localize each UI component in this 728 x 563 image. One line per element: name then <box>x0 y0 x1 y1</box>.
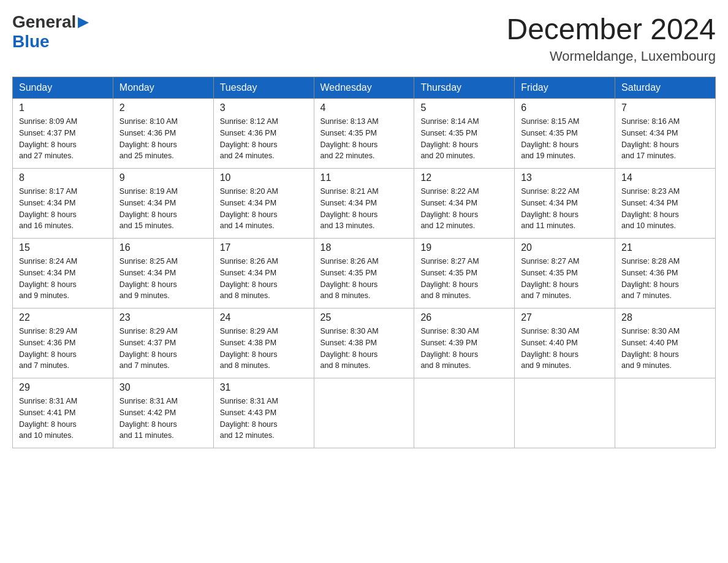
calendar-day-cell: 5 Sunrise: 8:14 AM Sunset: 4:35 PM Dayli… <box>414 99 515 169</box>
day-number: 10 <box>220 172 308 183</box>
day-info: Sunrise: 8:29 AM Sunset: 4:38 PM Dayligh… <box>220 326 308 372</box>
weekday-header-tuesday: Tuesday <box>213 77 314 99</box>
calendar-day-cell: 30 Sunrise: 8:31 AM Sunset: 4:42 PM Dayl… <box>113 378 213 448</box>
day-info: Sunrise: 8:22 AM Sunset: 4:34 PM Dayligh… <box>521 186 609 232</box>
day-number: 19 <box>420 242 508 253</box>
calendar-day-cell: 27 Sunrise: 8:30 AM Sunset: 4:40 PM Dayl… <box>515 308 615 378</box>
day-info: Sunrise: 8:27 AM Sunset: 4:35 PM Dayligh… <box>521 256 609 302</box>
day-number: 16 <box>119 242 207 253</box>
day-number: 9 <box>119 172 207 183</box>
day-number: 11 <box>320 172 408 183</box>
calendar-day-cell <box>515 378 615 448</box>
calendar-day-cell: 2 Sunrise: 8:10 AM Sunset: 4:36 PM Dayli… <box>113 99 213 169</box>
title-section: December 2024 Wormeldange, Luxembourg <box>506 12 716 64</box>
calendar-day-cell: 20 Sunrise: 8:27 AM Sunset: 4:35 PM Dayl… <box>515 239 615 308</box>
weekday-header-sunday: Sunday <box>13 77 113 99</box>
calendar-day-cell: 31 Sunrise: 8:31 AM Sunset: 4:43 PM Dayl… <box>213 378 314 448</box>
day-info: Sunrise: 8:19 AM Sunset: 4:34 PM Dayligh… <box>119 186 207 232</box>
calendar-day-cell: 26 Sunrise: 8:30 AM Sunset: 4:39 PM Dayl… <box>414 308 515 378</box>
weekday-header-wednesday: Wednesday <box>314 77 414 99</box>
day-number: 17 <box>220 242 308 253</box>
calendar-day-cell: 11 Sunrise: 8:21 AM Sunset: 4:34 PM Dayl… <box>314 169 414 239</box>
logo: General Blue <box>12 12 89 52</box>
calendar-table: SundayMondayTuesdayWednesdayThursdayFrid… <box>12 77 716 448</box>
day-number: 25 <box>320 312 408 323</box>
calendar-day-cell <box>615 378 716 448</box>
calendar-day-cell: 17 Sunrise: 8:26 AM Sunset: 4:34 PM Dayl… <box>213 239 314 308</box>
calendar-day-cell: 24 Sunrise: 8:29 AM Sunset: 4:38 PM Dayl… <box>213 308 314 378</box>
weekday-header-monday: Monday <box>113 77 213 99</box>
day-number: 1 <box>19 102 107 113</box>
day-info: Sunrise: 8:16 AM Sunset: 4:34 PM Dayligh… <box>621 116 709 162</box>
day-info: Sunrise: 8:20 AM Sunset: 4:34 PM Dayligh… <box>220 186 308 232</box>
day-info: Sunrise: 8:29 AM Sunset: 4:37 PM Dayligh… <box>119 326 207 372</box>
calendar-day-cell: 15 Sunrise: 8:24 AM Sunset: 4:34 PM Dayl… <box>13 239 113 308</box>
calendar-day-cell <box>414 378 515 448</box>
day-info: Sunrise: 8:28 AM Sunset: 4:36 PM Dayligh… <box>621 256 709 302</box>
day-info: Sunrise: 8:30 AM Sunset: 4:40 PM Dayligh… <box>621 326 709 372</box>
day-info: Sunrise: 8:30 AM Sunset: 4:39 PM Dayligh… <box>420 326 508 372</box>
calendar-week-row: 29 Sunrise: 8:31 AM Sunset: 4:41 PM Dayl… <box>13 378 716 448</box>
day-number: 23 <box>119 312 207 323</box>
day-number: 22 <box>19 312 107 323</box>
calendar-day-cell: 8 Sunrise: 8:17 AM Sunset: 4:34 PM Dayli… <box>13 169 113 239</box>
day-number: 20 <box>521 242 609 253</box>
calendar-header-row: SundayMondayTuesdayWednesdayThursdayFrid… <box>13 77 716 99</box>
day-info: Sunrise: 8:31 AM Sunset: 4:42 PM Dayligh… <box>119 396 207 442</box>
day-info: Sunrise: 8:15 AM Sunset: 4:35 PM Dayligh… <box>521 116 609 162</box>
calendar-day-cell: 29 Sunrise: 8:31 AM Sunset: 4:41 PM Dayl… <box>13 378 113 448</box>
day-info: Sunrise: 8:26 AM Sunset: 4:34 PM Dayligh… <box>220 256 308 302</box>
calendar-day-cell: 22 Sunrise: 8:29 AM Sunset: 4:36 PM Dayl… <box>13 308 113 378</box>
day-info: Sunrise: 8:10 AM Sunset: 4:36 PM Dayligh… <box>119 116 207 162</box>
page-header: General Blue December 2024 Wormeldange, … <box>12 12 716 64</box>
day-info: Sunrise: 8:17 AM Sunset: 4:34 PM Dayligh… <box>19 186 107 232</box>
day-number: 18 <box>320 242 408 253</box>
day-number: 15 <box>19 242 107 253</box>
day-info: Sunrise: 8:26 AM Sunset: 4:35 PM Dayligh… <box>320 256 408 302</box>
day-number: 21 <box>621 242 709 253</box>
day-number: 29 <box>19 382 107 393</box>
day-info: Sunrise: 8:30 AM Sunset: 4:38 PM Dayligh… <box>320 326 408 372</box>
calendar-week-row: 22 Sunrise: 8:29 AM Sunset: 4:36 PM Dayl… <box>13 308 716 378</box>
calendar-day-cell: 12 Sunrise: 8:22 AM Sunset: 4:34 PM Dayl… <box>414 169 515 239</box>
calendar-day-cell: 25 Sunrise: 8:30 AM Sunset: 4:38 PM Dayl… <box>314 308 414 378</box>
calendar-day-cell: 18 Sunrise: 8:26 AM Sunset: 4:35 PM Dayl… <box>314 239 414 308</box>
day-number: 5 <box>420 102 508 113</box>
day-number: 8 <box>19 172 107 183</box>
day-number: 31 <box>220 382 308 393</box>
calendar-week-row: 15 Sunrise: 8:24 AM Sunset: 4:34 PM Dayl… <box>13 239 716 308</box>
day-number: 28 <box>621 312 709 323</box>
calendar-day-cell: 7 Sunrise: 8:16 AM Sunset: 4:34 PM Dayli… <box>615 99 716 169</box>
day-info: Sunrise: 8:22 AM Sunset: 4:34 PM Dayligh… <box>420 186 508 232</box>
svg-marker-0 <box>78 17 89 28</box>
day-info: Sunrise: 8:23 AM Sunset: 4:34 PM Dayligh… <box>621 186 709 232</box>
calendar-day-cell: 13 Sunrise: 8:22 AM Sunset: 4:34 PM Dayl… <box>515 169 615 239</box>
calendar-day-cell: 9 Sunrise: 8:19 AM Sunset: 4:34 PM Dayli… <box>113 169 213 239</box>
calendar-day-cell <box>314 378 414 448</box>
calendar-day-cell: 6 Sunrise: 8:15 AM Sunset: 4:35 PM Dayli… <box>515 99 615 169</box>
day-info: Sunrise: 8:31 AM Sunset: 4:41 PM Dayligh… <box>19 396 107 442</box>
day-info: Sunrise: 8:14 AM Sunset: 4:35 PM Dayligh… <box>420 116 508 162</box>
calendar-day-cell: 16 Sunrise: 8:25 AM Sunset: 4:34 PM Dayl… <box>113 239 213 308</box>
day-info: Sunrise: 8:29 AM Sunset: 4:36 PM Dayligh… <box>19 326 107 372</box>
day-info: Sunrise: 8:12 AM Sunset: 4:36 PM Dayligh… <box>220 116 308 162</box>
calendar-week-row: 1 Sunrise: 8:09 AM Sunset: 4:37 PM Dayli… <box>13 99 716 169</box>
day-info: Sunrise: 8:24 AM Sunset: 4:34 PM Dayligh… <box>19 256 107 302</box>
calendar-day-cell: 14 Sunrise: 8:23 AM Sunset: 4:34 PM Dayl… <box>615 169 716 239</box>
logo-arrow-icon <box>78 17 89 31</box>
weekday-header-friday: Friday <box>515 77 615 99</box>
day-info: Sunrise: 8:25 AM Sunset: 4:34 PM Dayligh… <box>119 256 207 302</box>
day-number: 30 <box>119 382 207 393</box>
calendar-day-cell: 1 Sunrise: 8:09 AM Sunset: 4:37 PM Dayli… <box>13 99 113 169</box>
day-number: 24 <box>220 312 308 323</box>
day-info: Sunrise: 8:13 AM Sunset: 4:35 PM Dayligh… <box>320 116 408 162</box>
weekday-header-thursday: Thursday <box>414 77 515 99</box>
calendar-day-cell: 23 Sunrise: 8:29 AM Sunset: 4:37 PM Dayl… <box>113 308 213 378</box>
day-number: 6 <box>521 102 609 113</box>
day-number: 26 <box>420 312 508 323</box>
day-info: Sunrise: 8:27 AM Sunset: 4:35 PM Dayligh… <box>420 256 508 302</box>
logo-blue-text: Blue <box>12 32 50 51</box>
calendar-week-row: 8 Sunrise: 8:17 AM Sunset: 4:34 PM Dayli… <box>13 169 716 239</box>
calendar-day-cell: 19 Sunrise: 8:27 AM Sunset: 4:35 PM Dayl… <box>414 239 515 308</box>
location-title: Wormeldange, Luxembourg <box>506 48 716 64</box>
